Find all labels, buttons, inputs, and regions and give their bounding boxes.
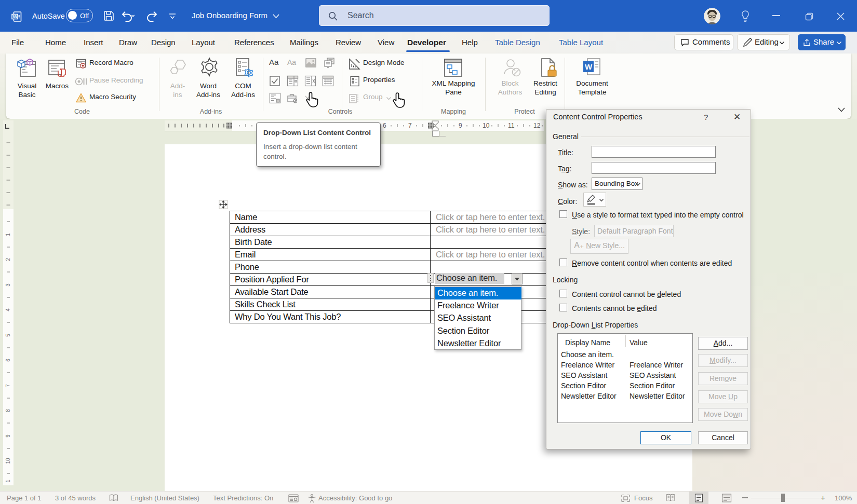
svg-text:6: 6 xyxy=(5,359,11,362)
svg-text:1: 1 xyxy=(5,480,11,483)
svg-text:W: W xyxy=(585,62,593,71)
svg-text:9: 9 xyxy=(5,434,11,438)
svg-text:1: 1 xyxy=(5,233,11,236)
svg-text:8: 8 xyxy=(5,409,11,412)
svg-text:4: 4 xyxy=(5,308,11,311)
svg-text:2: 2 xyxy=(5,258,11,261)
svg-text:10: 10 xyxy=(5,458,11,464)
svg-text:W: W xyxy=(13,13,18,19)
svg-text:7: 7 xyxy=(5,384,11,387)
svg-text:5: 5 xyxy=(5,334,11,337)
svg-text:3: 3 xyxy=(5,283,11,287)
